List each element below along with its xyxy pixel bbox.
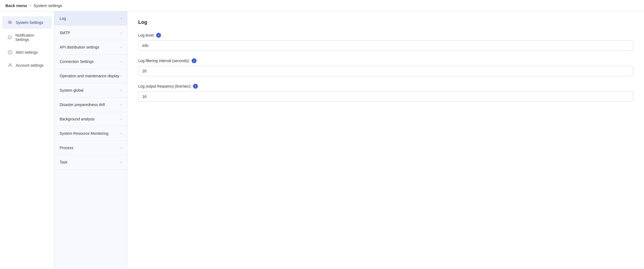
menu-label-task: Task (60, 160, 67, 164)
log-level-input[interactable] (138, 40, 633, 51)
field-group-log-level: Log level: i (138, 33, 633, 51)
sidebar-label-notification-settings: Notification Settings (15, 33, 46, 42)
log-filtering-interval-info-icon[interactable]: i (192, 58, 197, 63)
chevron-icon-smtp: › (121, 31, 122, 35)
sidebar-label-alert-settings: Alert settings (16, 50, 38, 55)
menu-item-operation-maintenance[interactable]: Operation and maintenance display › (54, 69, 127, 83)
breadcrumb-bar: Back menu > System settings (0, 0, 644, 11)
menu-item-system-resource-monitoring[interactable]: System Resource Monitoring › (54, 126, 127, 141)
sidebar-label-account-settings: Account settings (16, 63, 44, 68)
menu-item-smtp[interactable]: SMTP › (54, 26, 127, 40)
menu-item-process[interactable]: Process › (54, 141, 127, 155)
sidebar-label-system-settings: System Settings (16, 20, 43, 25)
menu-label-api-distribution: API distribution settings (60, 45, 99, 49)
breadcrumb-current: System settings (34, 3, 62, 8)
menu-item-disaster-preparedness[interactable]: Disaster preparedness drill › (54, 98, 127, 112)
sidebar-item-system-settings[interactable]: System Settings (2, 16, 52, 29)
chevron-icon-connection: › (121, 60, 122, 63)
log-output-frequency-input[interactable] (138, 91, 633, 102)
field-label-log-filtering-interval: Log filtering interval (seconds): i (138, 58, 633, 63)
field-label-log-output-frequency: Log output frequency (line/sec): i (138, 84, 633, 89)
right-panel: Log Log level: i Log filtering interval … (127, 11, 644, 269)
sidebar-item-notification-settings[interactable]: Notification Settings (2, 29, 52, 46)
log-output-frequency-info-icon[interactable]: i (193, 84, 198, 89)
menu-label-smtp: SMTP (60, 31, 70, 35)
chevron-icon-background: › (121, 117, 122, 121)
sidebar-item-alert-settings[interactable]: Alert settings (2, 46, 52, 59)
field-label-log-level: Log level: i (138, 33, 633, 38)
chevron-icon-process: › (121, 146, 122, 150)
menu-item-task[interactable]: Task › (54, 155, 127, 169)
bell-icon (8, 35, 12, 40)
log-filtering-interval-input[interactable] (138, 66, 633, 76)
alert-icon (8, 50, 12, 55)
chevron-icon-log: › (121, 17, 122, 20)
log-output-frequency-label-text: Log output frequency (line/sec): (138, 84, 191, 88)
left-sidebar: System Settings Notification Settings Al… (0, 11, 54, 269)
menu-label-process: Process (60, 146, 73, 150)
log-level-info-icon[interactable]: i (156, 33, 161, 38)
svg-point-2 (9, 64, 11, 65)
menu-label-connection-settings: Connection Settings (60, 59, 94, 64)
menu-label-operation-maintenance: Operation and maintenance display (60, 74, 119, 78)
sidebar-item-account-settings[interactable]: Account settings (2, 59, 52, 72)
menu-label-log: Log (60, 16, 66, 21)
middle-menu: Log › SMTP › API distribution settings ›… (54, 11, 127, 269)
menu-label-system-resource-monitoring: System Resource Monitoring (60, 131, 108, 136)
person-icon (8, 63, 12, 68)
breadcrumb-separator: > (29, 4, 31, 8)
menu-label-background-analysis: Background analysis (60, 117, 95, 121)
field-group-log-output-frequency: Log output frequency (line/sec): i (138, 84, 633, 102)
chevron-icon-disaster: › (121, 103, 122, 107)
gear-icon (8, 20, 12, 25)
menu-label-system-global: System global (60, 88, 83, 92)
menu-item-background-analysis[interactable]: Background analysis › (54, 112, 127, 126)
log-level-label-text: Log level: (138, 33, 154, 37)
back-menu-link[interactable]: Back menu (5, 3, 27, 8)
chevron-icon-system-global: › (121, 88, 122, 92)
menu-item-log[interactable]: Log › (54, 11, 127, 26)
main-layout: System Settings Notification Settings Al… (0, 11, 644, 269)
chevron-icon-api: › (121, 45, 122, 49)
menu-item-connection-settings[interactable]: Connection Settings › (54, 55, 127, 69)
chevron-icon-resource: › (121, 132, 122, 135)
svg-point-1 (10, 53, 10, 53)
menu-item-system-global[interactable]: System global › (54, 83, 127, 98)
log-filtering-interval-label-text: Log filtering interval (seconds): (138, 59, 190, 63)
chevron-icon-operation: › (121, 74, 122, 78)
menu-item-api-distribution[interactable]: API distribution settings › (54, 40, 127, 55)
panel-title: Log (138, 20, 633, 25)
chevron-icon-task: › (121, 160, 122, 164)
field-group-log-filtering-interval: Log filtering interval (seconds): i (138, 58, 633, 76)
menu-label-disaster-preparedness: Disaster preparedness drill (60, 103, 105, 107)
